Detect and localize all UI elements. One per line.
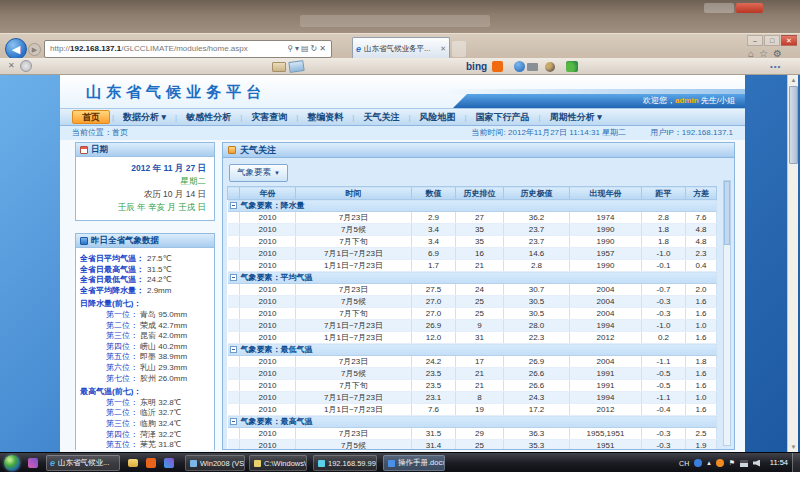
table-group-row[interactable]: 气象要素：降水量	[228, 200, 717, 212]
nav-item-3[interactable]: 敏感性分析	[177, 111, 240, 124]
column-header-8[interactable]: 方差	[686, 187, 717, 200]
table-row[interactable]: 20107月1日~7月23日6.91614.61957-1.02.3	[228, 248, 717, 260]
language-indicator[interactable]: CH	[679, 460, 689, 467]
table-scrollbar[interactable]	[723, 180, 731, 446]
taskbar-button-4[interactable]: 操作手册.docx ...	[383, 455, 445, 471]
table-row[interactable]: 20107月1日~7月23日23.1824.31994-1.11.0	[228, 392, 717, 404]
compass-icon[interactable]	[20, 60, 32, 72]
mail-card-icon[interactable]	[288, 60, 304, 73]
orange-app-icon[interactable]	[146, 458, 156, 468]
show-desktop-button[interactable]	[792, 453, 800, 473]
contacts-app-icon[interactable]	[566, 61, 578, 72]
taskbar-ie-button[interactable]: e 山东省气候业...	[46, 455, 120, 471]
close-button[interactable]: ✕	[781, 35, 797, 46]
rank-label[interactable]: 第五位：	[106, 440, 138, 449]
quicklaunch-icon[interactable]	[28, 458, 38, 468]
back-button[interactable]: ◀	[5, 38, 27, 60]
orange-addon-icon[interactable]	[492, 61, 503, 72]
table-row[interactable]: 20101月1日~7月23日12.03122.320120.21.6	[228, 332, 717, 344]
collapse-icon[interactable]	[230, 202, 237, 209]
taskbar-button-2[interactable]: C:\Windows\s...	[249, 455, 307, 471]
table-group-row[interactable]: 气象要素：最低气温	[228, 344, 717, 356]
rank-label[interactable]: 第三位：	[106, 419, 138, 428]
background-window-close-button[interactable]	[736, 3, 763, 13]
collapse-icon[interactable]	[230, 274, 237, 281]
taskbar-clock[interactable]: 11:54	[770, 453, 788, 473]
forward-button[interactable]: ▶	[28, 43, 41, 56]
column-header-7[interactable]: 距平	[642, 187, 686, 200]
tray-blue-icon[interactable]	[694, 459, 702, 467]
scroll-down-icon[interactable]: ▼	[788, 442, 799, 452]
table-row[interactable]: 20107月23日31.52936.31955,1951-0.32.5	[228, 428, 717, 440]
nav-item-9[interactable]: 周期性分析 ▾	[541, 111, 611, 124]
rank-label[interactable]: 第五位：	[106, 352, 138, 361]
volume-icon[interactable]	[753, 460, 760, 467]
page-scrollbar[interactable]: ▲ ▼	[787, 75, 798, 452]
table-group-row[interactable]: 气象要素：平均气温	[228, 272, 717, 284]
address-bar[interactable]: http://192.168.137.1/GLCCLIMATE/modules/…	[44, 40, 332, 58]
table-row[interactable]: 20107月23日2.92736.219742.87.6	[228, 212, 717, 224]
rank-label[interactable]: 第六位：	[106, 363, 138, 372]
nav-item-1[interactable]: 首页	[72, 110, 110, 124]
rank-label[interactable]: 第四位：	[106, 430, 138, 439]
column-header-1[interactable]: 年份	[240, 187, 296, 200]
rank-label[interactable]: 第四位：	[106, 342, 138, 351]
maximize-button[interactable]: □	[764, 35, 780, 46]
rank-label[interactable]: 第一位：	[106, 310, 138, 319]
collapse-icon[interactable]	[230, 346, 237, 353]
table-scrollbar-thumb[interactable]	[724, 181, 730, 245]
explorer-folder-icon[interactable]	[128, 459, 138, 467]
nav-item-7[interactable]: 风险地图	[411, 111, 465, 124]
column-header-6[interactable]: 出现年份	[570, 187, 642, 200]
table-row[interactable]: 20107月5候23.52126.61991-0.51.6	[228, 368, 717, 380]
new-tab-button[interactable]	[452, 41, 466, 57]
tab-close-icon[interactable]: ✕	[440, 39, 446, 59]
rank-label[interactable]: 第三位：	[106, 331, 138, 340]
rank-label[interactable]: 第二位：	[106, 321, 138, 330]
nav-item-8[interactable]: 国家下行产品	[467, 111, 539, 124]
column-header-4[interactable]: 历史排位	[456, 187, 504, 200]
column-header-3[interactable]: 数值	[412, 187, 456, 200]
camera-icon[interactable]	[527, 63, 538, 71]
collapse-icon[interactable]	[230, 418, 237, 425]
table-row[interactable]: 20107月1日~7月23日26.9928.01994-1.01.0	[228, 320, 717, 332]
media-app-icon[interactable]	[164, 458, 174, 468]
column-header-2[interactable]: 时间	[296, 187, 412, 200]
card-icon-1[interactable]	[272, 62, 286, 72]
search-icon[interactable]: ⚲	[287, 44, 295, 53]
blue-app-icon[interactable]	[514, 61, 525, 72]
network-icon[interactable]	[740, 460, 748, 467]
table-group-row[interactable]: 气象要素：最高气温	[228, 416, 717, 428]
nav-item-2[interactable]: 数据分析 ▾	[114, 111, 175, 124]
nav-item-5[interactable]: 整编资料	[298, 111, 352, 124]
nav-item-6[interactable]: 天气关注	[354, 111, 408, 124]
rank-label[interactable]: 第七位：	[106, 374, 138, 383]
table-row[interactable]: 20107月下旬3.43523.719901.84.8	[228, 236, 717, 248]
firefox-tray-icon[interactable]	[716, 459, 724, 467]
bing-logo[interactable]: bing	[466, 61, 487, 72]
column-header-5[interactable]: 历史极值	[504, 187, 570, 200]
table-row[interactable]: 20107月23日24.21726.92004-1.11.8	[228, 356, 717, 368]
compatibility-icon[interactable]: ▤	[301, 44, 311, 53]
tray-expand-icon[interactable]: ▴	[707, 459, 711, 467]
scroll-up-icon[interactable]: ▲	[788, 75, 799, 85]
table-row[interactable]: 20107月23日27.52430.72004-0.72.0	[228, 284, 717, 296]
table-row[interactable]: 20107月下旬23.52126.61991-0.51.6	[228, 380, 717, 392]
taskbar-button-1[interactable]: Win2008 (VS2...	[185, 455, 245, 471]
toolbar-close-icon[interactable]: ✕	[8, 61, 15, 70]
table-row[interactable]: 20107月5候3.43523.719901.84.8	[228, 224, 717, 236]
page-scrollbar-thumb[interactable]	[789, 86, 798, 164]
table-row[interactable]: 20101月1日~7月23日7.61917.22012-0.41.6	[228, 404, 717, 416]
taskbar-button-3[interactable]: 192.168.59.99...	[313, 455, 377, 471]
table-row[interactable]: 20101月1日~7月23日1.7212.81990-0.10.4	[228, 260, 717, 272]
nav-item-4[interactable]: 灾害查询	[242, 111, 296, 124]
minimize-button[interactable]: –	[747, 35, 763, 46]
table-row[interactable]: 20107月5候27.02530.52004-0.31.6	[228, 296, 717, 308]
rank-label[interactable]: 第一位：	[106, 398, 138, 407]
table-row[interactable]: 20107月5候31.42535.31951-0.31.9	[228, 440, 717, 451]
action-center-flag-icon[interactable]: ⚑	[729, 459, 735, 467]
background-window-minmax-buttons[interactable]	[704, 3, 734, 13]
browser-tab[interactable]: e 山东省气候业务平... ✕	[352, 37, 450, 59]
stop-icon[interactable]: ✕	[319, 44, 328, 53]
start-button[interactable]	[4, 455, 20, 471]
